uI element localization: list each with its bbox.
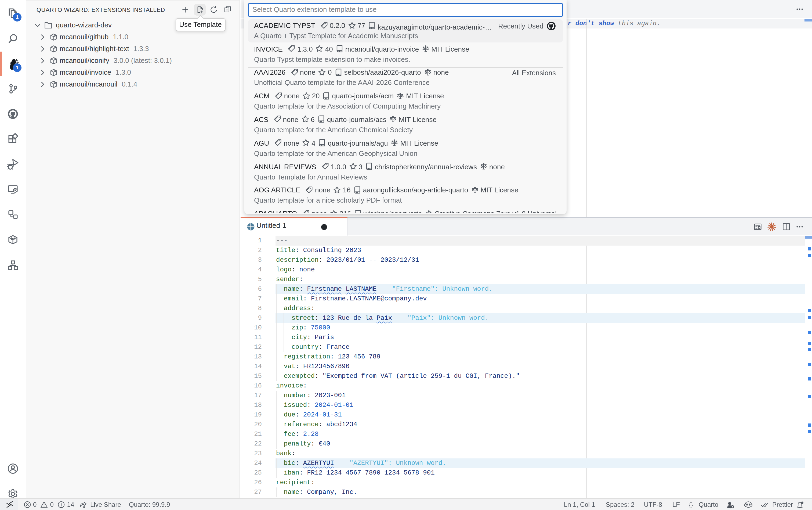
svg-text:{}: {} [689, 502, 693, 508]
